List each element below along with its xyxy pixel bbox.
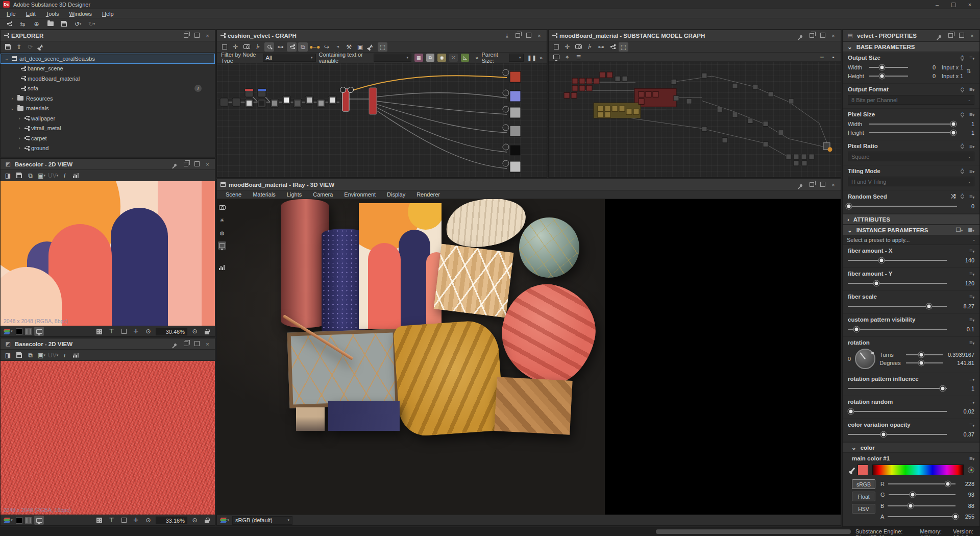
frame-all-icon[interactable] (551, 42, 561, 52)
pin-icon[interactable] (797, 33, 805, 39)
menu-camera[interactable]: Camera (308, 191, 337, 198)
camera-icon[interactable] (218, 203, 226, 211)
param-menu-icon[interactable]: ≡▾ (969, 422, 974, 428)
expose-icon[interactable] (961, 113, 964, 116)
close-panel-icon[interactable]: × (829, 33, 837, 39)
duplicate-icon[interactable]: ⧉ (298, 42, 308, 52)
copy-icon[interactable]: ⧉ (26, 351, 35, 360)
expose-icon[interactable] (961, 169, 964, 173)
tree-item-banner-scene[interactable]: banner_scene (1, 64, 215, 74)
view2d-bottom-image[interactable]: 2048 x 2048 (RGBA, 16bpc) (1, 361, 215, 515)
copy-icon[interactable]: ⧉ (26, 171, 35, 180)
red-slider[interactable] (888, 483, 955, 484)
fit-view-icon[interactable] (119, 516, 129, 525)
snap-grid-icon[interactable]: ⬚ (378, 42, 387, 52)
pin-icon[interactable] (172, 341, 179, 347)
export-view-icon[interactable]: ▣▾ (37, 171, 46, 180)
fiber-x-slider[interactable] (848, 260, 947, 261)
display-icon[interactable] (218, 241, 226, 250)
save-icon[interactable] (14, 171, 24, 180)
rotation-influence-slider[interactable] (848, 388, 947, 389)
channels-icon[interactable]: ▾ (4, 327, 13, 336)
eyedropper-icon[interactable] (850, 467, 855, 473)
output-height-slider[interactable] (869, 76, 908, 77)
reload-icon[interactable]: ⟳ (26, 42, 35, 52)
clean-icon[interactable]: ▾ (37, 42, 46, 52)
tree-item-ground[interactable]: › ground (1, 143, 215, 154)
tree-item-carpet[interactable]: › carpet (1, 133, 215, 143)
close-panel-icon[interactable]: × (204, 341, 211, 347)
tiling-mode-dropdown[interactable]: H and V Tiling⌄ (848, 177, 974, 186)
save-all-icon[interactable] (59, 19, 69, 29)
alpha-slider[interactable] (888, 516, 955, 517)
preset-dropdown[interactable]: Select a preset to apply...⌄ (843, 235, 979, 245)
maximize-panel-icon[interactable] (193, 341, 201, 347)
lock-zoom-icon[interactable] (202, 516, 212, 525)
menu-edit[interactable]: Edit (21, 10, 40, 17)
histogram-icon[interactable] (71, 351, 81, 360)
pin-icon[interactable] (936, 33, 944, 39)
float-icon[interactable] (182, 161, 190, 167)
params-menu-icon[interactable]: ≣▾ (967, 227, 975, 233)
colorspace-dropdown[interactable]: sRGB (default) ▾ (232, 516, 292, 525)
float-icon[interactable] (182, 341, 190, 347)
param-menu-icon[interactable]: ≡▾ (969, 399, 974, 405)
pan-view-icon[interactable]: ✛ (131, 327, 141, 336)
menu-windows[interactable]: Windows (64, 10, 96, 17)
snap-grid-icon[interactable]: ⬚ (619, 42, 628, 52)
param-menu-icon[interactable]: ≡▾ (969, 316, 974, 323)
green-slider[interactable] (889, 494, 955, 495)
model-graph-canvas[interactable] (549, 62, 841, 177)
fiber-scale-slider[interactable] (848, 306, 947, 307)
expose-icon[interactable] (961, 144, 964, 148)
attributes-section[interactable]: ›ATTRIBUTES (843, 214, 979, 225)
preset-icon[interactable]: ❏▾ (955, 227, 963, 233)
frame-all-icon[interactable] (219, 42, 229, 52)
export-icon[interactable]: ⇧ (14, 42, 24, 52)
parent-size-dropdown[interactable]: ▾ (509, 54, 524, 62)
close-panel-icon[interactable]: × (968, 33, 976, 39)
uv-toggle[interactable]: UV▾ (48, 351, 58, 360)
param-menu-icon[interactable]: ≡▾ (969, 168, 974, 174)
output-format-dropdown[interactable]: 8 Bits per Channel⌄ (848, 95, 974, 105)
close-panel-icon[interactable]: × (204, 161, 211, 167)
tree-item-moodboard-material[interactable]: moodBoard_material (1, 74, 215, 84)
menu-tools[interactable]: Tools (41, 10, 64, 17)
filter-shuffle-icon[interactable]: ⤬ (449, 54, 458, 62)
menu-renderer[interactable]: Renderer (412, 191, 445, 198)
info-icon[interactable]: i (194, 85, 202, 92)
link-mode-icon[interactable]: ⊶ (276, 42, 285, 52)
background-swatch[interactable] (16, 328, 22, 335)
color-swatch[interactable] (857, 465, 868, 475)
filter-material-icon[interactable]: ◉ (437, 54, 446, 62)
float-icon[interactable] (182, 33, 190, 39)
menu-file[interactable]: File (2, 10, 20, 17)
color-spectrum-bar[interactable] (872, 465, 964, 475)
contains-dropdown[interactable]: ▾ (374, 54, 411, 62)
zoom-level-field[interactable]: 30.46% (156, 328, 187, 335)
camera-icon[interactable] (242, 42, 252, 52)
anchor-icon[interactable]: ⌖ (562, 53, 572, 62)
maximize-panel-icon[interactable] (819, 33, 826, 39)
menu-scene[interactable]: Scene (221, 191, 246, 198)
maximize-panel-icon[interactable] (958, 33, 965, 39)
pan-icon[interactable]: ✛ (231, 42, 240, 52)
save-icon[interactable] (14, 351, 24, 360)
tree-item-materials[interactable]: ⌄ materials (1, 104, 215, 114)
menu-help[interactable]: Help (97, 10, 118, 17)
preview-size-icon[interactable]: ▪ (828, 53, 838, 62)
param-menu-icon[interactable]: ≡▾ (969, 339, 974, 346)
tree-item-sofa[interactable]: sofa i (1, 84, 215, 94)
hsv-mode-button[interactable]: HSV (852, 504, 875, 514)
lock-zoom-icon[interactable] (202, 327, 212, 336)
pause-icon[interactable]: ❚❚ (527, 55, 536, 61)
menu-lights[interactable]: Lights (282, 191, 306, 198)
graph-canvas[interactable] (217, 63, 547, 177)
zoom-level-field[interactable]: 33.16% (156, 517, 187, 524)
zoom-in-icon[interactable]: ⊙ (190, 516, 200, 525)
menu-materials[interactable]: Materials (248, 191, 280, 198)
pixel-height-slider[interactable] (869, 132, 957, 133)
channels-icon[interactable]: ▾ (4, 516, 13, 525)
pin-view-icon[interactable]: ⊤ (107, 327, 116, 336)
list-icon[interactable]: ≣ (574, 53, 583, 62)
